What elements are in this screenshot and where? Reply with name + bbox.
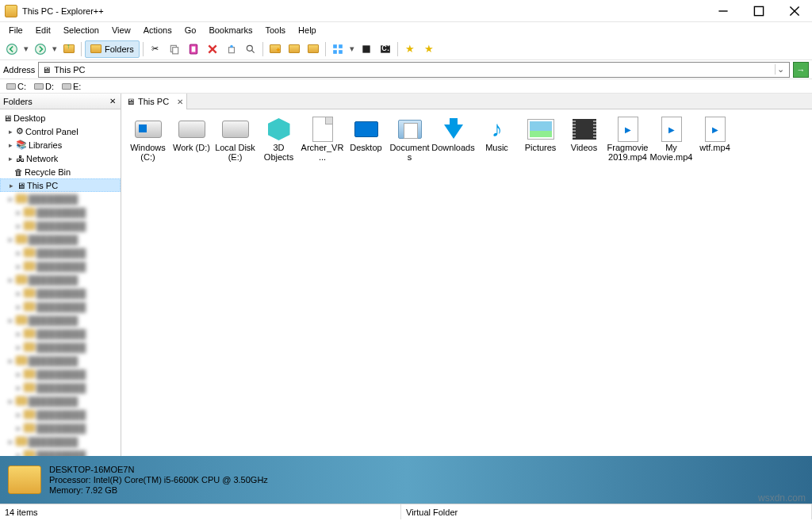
address-bar: Address 🖥 This PC ⌄ → (0, 60, 812, 79)
tree-item-redacted[interactable]: ▸████████ (0, 273, 121, 286)
drive-e[interactable]: E: (60, 82, 82, 91)
file-item[interactable]: wtf.mp4 (693, 114, 737, 165)
status-item-count: 14 items (0, 504, 401, 519)
menu-bookmarks[interactable]: Bookmarks (203, 24, 258, 36)
tab-this-pc[interactable]: 🖥 This PC ✕ (121, 94, 187, 109)
file-item[interactable]: My Movie.mp4 (649, 114, 693, 165)
cut-button[interactable]: ✂ (147, 40, 164, 58)
forward-button[interactable] (32, 40, 49, 58)
file-item[interactable]: Archer_VR... (301, 114, 344, 165)
tree-desktop[interactable]: 🖥Desktop (0, 111, 121, 125)
delete-button[interactable] (204, 40, 221, 58)
file-item[interactable]: Pictures (519, 114, 562, 165)
info-bar: DESKTOP-16MOE7N Processor: Intel(R) Core… (0, 456, 812, 504)
drive-d[interactable]: D: (33, 82, 56, 91)
address-input[interactable]: 🖥 This PC ⌄ (38, 62, 790, 78)
forward-dropdown[interactable]: ▾ (51, 44, 59, 54)
tree-item-redacted[interactable]: ▸████████ (0, 448, 121, 456)
file-item[interactable]: Desktop (344, 114, 388, 165)
tab-label: This PC (138, 97, 169, 106)
folders-toggle[interactable]: Folders (85, 40, 140, 58)
tree-item-redacted[interactable]: ▸████████ (0, 219, 121, 232)
tree-item-redacted[interactable]: ▸████████ (0, 327, 121, 340)
file-item[interactable]: Windows (C:) (126, 114, 170, 165)
menu-help[interactable]: Help (293, 24, 322, 36)
network-icon: 🖧 (16, 154, 25, 163)
pc-icon: 🖥 (126, 97, 135, 106)
file-item[interactable]: Fragmovie 2019.mp4 (606, 114, 649, 165)
tree-item-redacted[interactable]: ▸████████ (0, 300, 121, 313)
refresh-button[interactable] (358, 40, 375, 58)
file-item[interactable]: 3D Objects (257, 114, 301, 165)
minimize-button[interactable] (705, 0, 741, 22)
organize-bookmarks-button[interactable]: ★ (420, 40, 438, 58)
status-folder-type: Virtual Folder (401, 504, 812, 519)
tree-item-redacted[interactable]: ▸████████ (0, 435, 121, 448)
sidebar-close-button[interactable]: ✕ (108, 97, 117, 106)
tree-network[interactable]: ▸🖧Network (0, 151, 121, 165)
svg-rect-19 (339, 50, 343, 54)
tree-this-pc[interactable]: ▸🖥This PC (0, 178, 121, 192)
move-to-button[interactable] (304, 40, 322, 58)
tree-recycle-bin[interactable]: 🗑Recycle Bin (0, 165, 121, 178)
up-button[interactable]: ↑ (60, 40, 78, 58)
menu-view[interactable]: View (106, 24, 136, 36)
new-folder-button[interactable]: ✦ (266, 40, 284, 58)
back-dropdown[interactable]: ▾ (22, 44, 30, 54)
processor-info: Processor: Intel(R) Core(TM) i5-6600K CP… (49, 475, 268, 485)
tree-item-redacted[interactable]: ▸████████ (0, 354, 121, 367)
go-button[interactable]: → (793, 62, 809, 78)
close-button[interactable] (776, 0, 812, 22)
paste-button[interactable] (185, 40, 202, 58)
tab-close-button[interactable]: ✕ (177, 98, 183, 106)
copy-button[interactable] (166, 40, 183, 58)
tree-libraries[interactable]: ▸📚Libraries (0, 138, 121, 151)
tree-item-redacted[interactable]: ▸████████ (0, 246, 121, 259)
tree-item-redacted[interactable]: ▸████████ (0, 421, 121, 435)
folder-tree[interactable]: 🖥Desktop ▸⚙Control Panel ▸📚Libraries ▸🖧N… (0, 109, 121, 456)
file-list[interactable]: Windows (C:)Work (D:)Local Disk (E:)3D O… (121, 109, 812, 456)
item-label: Documents (388, 143, 431, 162)
menu-go[interactable]: Go (179, 24, 202, 36)
tree-item-redacted[interactable]: ▸████████ (0, 340, 121, 354)
drive-icon (34, 83, 44, 90)
file-item[interactable]: Work (D:) (170, 114, 213, 165)
desktop-icon (350, 116, 382, 143)
file-item[interactable]: Videos (562, 114, 606, 165)
properties-button[interactable] (223, 40, 240, 58)
terminal-button[interactable]: c:\ (377, 40, 394, 58)
tree-item-redacted[interactable]: ▸████████ (0, 381, 121, 394)
file-item[interactable]: Documents (388, 114, 431, 165)
copy-to-button[interactable] (285, 40, 303, 58)
add-bookmark-button[interactable]: ★ (401, 40, 419, 58)
menu-edit[interactable]: Edit (30, 24, 56, 36)
address-dropdown[interactable]: ⌄ (775, 64, 786, 75)
tree-control-panel[interactable]: ▸⚙Control Panel (0, 125, 121, 138)
tree-item-redacted[interactable]: ▸████████ (0, 259, 121, 273)
svg-point-5 (36, 44, 46, 54)
menu-selection[interactable]: Selection (58, 24, 105, 36)
tree-item-redacted[interactable]: ▸████████ (0, 394, 121, 408)
tree-item-redacted[interactable]: ▸████████ (0, 408, 121, 421)
menu-actions[interactable]: Actions (138, 24, 178, 36)
svg-rect-9 (191, 46, 195, 52)
file-item[interactable]: Local Disk (E:) (213, 114, 257, 165)
tree-item-redacted[interactable]: ▸████████ (0, 192, 121, 205)
back-button[interactable] (3, 40, 21, 58)
views-dropdown[interactable]: ▾ (348, 44, 356, 54)
file-item[interactable]: Downloads (431, 114, 475, 165)
maximize-button[interactable] (741, 0, 776, 22)
tree-item-redacted[interactable]: ▸████████ (0, 232, 121, 246)
drive-c[interactable]: C: (5, 82, 28, 91)
pc-icon: 🖥 (17, 181, 25, 190)
menu-tools[interactable]: Tools (259, 24, 291, 36)
menu-file[interactable]: File (3, 24, 29, 36)
search-button[interactable] (242, 40, 259, 58)
tree-item-redacted[interactable]: ▸████████ (0, 286, 121, 300)
file-item[interactable]: ♪Music (475, 114, 519, 165)
svg-rect-1 (754, 6, 763, 15)
tree-item-redacted[interactable]: ▸████████ (0, 313, 121, 327)
views-button[interactable] (329, 40, 347, 58)
tree-item-redacted[interactable]: ▸████████ (0, 367, 121, 381)
tree-item-redacted[interactable]: ▸████████ (0, 205, 121, 219)
